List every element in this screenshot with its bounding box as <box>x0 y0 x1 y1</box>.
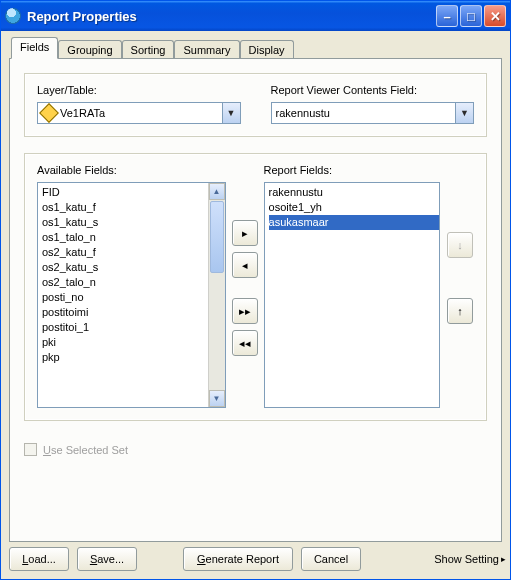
list-item[interactable]: os1_talo_n <box>42 230 208 245</box>
list-item[interactable]: FID <box>42 185 208 200</box>
close-button[interactable]: ✕ <box>484 5 506 27</box>
list-item[interactable]: asukasmaar <box>269 215 440 230</box>
layer-group: Layer/Table: Ve1RATa ▼ Report Viewer Con… <box>24 73 487 137</box>
list-item[interactable]: osoite1_yh <box>269 200 440 215</box>
remove-all-button[interactable]: ◂◂ <box>232 330 258 356</box>
cancel-button[interactable]: Cancel <box>301 547 361 571</box>
viewer-field-label: Report Viewer Contents Field: <box>271 84 475 96</box>
titlebar[interactable]: Report Properties – □ ✕ <box>1 1 510 31</box>
list-item[interactable]: os1_katu_s <box>42 215 208 230</box>
viewer-field-value: rakennustu <box>276 107 456 119</box>
list-item[interactable]: postitoi_1 <box>42 320 208 335</box>
list-item[interactable]: rakennustu <box>269 185 440 200</box>
list-item[interactable]: pki <box>42 335 208 350</box>
chevron-down-icon[interactable]: ▼ <box>222 103 240 123</box>
scroll-thumb[interactable] <box>210 201 224 273</box>
list-item[interactable]: pkp <box>42 350 208 365</box>
load-button[interactable]: Load... <box>9 547 69 571</box>
scroll-track[interactable] <box>209 274 225 390</box>
move-down-button[interactable]: ↓ <box>447 232 473 258</box>
tab-summary[interactable]: Summary <box>174 40 239 60</box>
tab-sorting[interactable]: Sorting <box>122 40 175 60</box>
app-icon <box>5 8 21 24</box>
scroll-down-icon[interactable]: ▼ <box>209 390 225 407</box>
report-fields-list[interactable]: rakennustuosoite1_yhasukasmaar <box>264 182 441 408</box>
use-selected-set-label: Use Selected Set <box>43 444 128 456</box>
window-frame: Report Properties – □ ✕ Fields Grouping … <box>0 0 511 580</box>
tab-panel-fields: Layer/Table: Ve1RATa ▼ Report Viewer Con… <box>9 58 502 542</box>
window-title: Report Properties <box>27 9 436 24</box>
layer-table-label: Layer/Table: <box>37 84 241 96</box>
list-item[interactable]: posti_no <box>42 290 208 305</box>
show-settings-toggle[interactable]: Show Setting▸ <box>434 553 506 565</box>
add-all-button[interactable]: ▸▸ <box>232 298 258 324</box>
minimize-button[interactable]: – <box>436 5 458 27</box>
chevron-right-icon: ▸ <box>501 554 506 564</box>
tab-strip: Fields Grouping Sorting Summary Display <box>9 37 502 59</box>
save-button[interactable]: Save... <box>77 547 137 571</box>
generate-report-button[interactable]: Generate Report <box>183 547 293 571</box>
layer-table-value: Ve1RATa <box>60 107 222 119</box>
tab-grouping[interactable]: Grouping <box>58 40 121 60</box>
available-fields-list[interactable]: FIDos1_katu_fos1_katu_sos1_talo_nos2_kat… <box>37 182 226 408</box>
add-field-button[interactable]: ▸ <box>232 220 258 246</box>
fields-group: Available Fields: FIDos1_katu_fos1_katu_… <box>24 153 487 421</box>
viewer-field-combo[interactable]: rakennustu ▼ <box>271 102 475 124</box>
tab-fields[interactable]: Fields <box>11 37 58 59</box>
use-selected-set-checkbox <box>24 443 37 456</box>
list-item[interactable]: os2_katu_s <box>42 260 208 275</box>
tab-display[interactable]: Display <box>240 40 294 60</box>
remove-field-button[interactable]: ◂ <box>232 252 258 278</box>
available-fields-label: Available Fields: <box>37 164 226 176</box>
use-selected-set: Use Selected Set <box>24 443 487 456</box>
layer-table-combo[interactable]: Ve1RATa ▼ <box>37 102 241 124</box>
scroll-up-icon[interactable]: ▲ <box>209 183 225 200</box>
list-item[interactable]: os1_katu_f <box>42 200 208 215</box>
list-item[interactable]: postitoimi <box>42 305 208 320</box>
report-fields-label: Report Fields: <box>264 164 441 176</box>
scrollbar[interactable]: ▲ ▼ <box>208 183 225 407</box>
layer-icon <box>39 103 59 123</box>
list-item[interactable]: os2_talo_n <box>42 275 208 290</box>
list-item[interactable]: os2_katu_f <box>42 245 208 260</box>
move-up-button[interactable]: ↑ <box>447 298 473 324</box>
maximize-button[interactable]: □ <box>460 5 482 27</box>
chevron-down-icon[interactable]: ▼ <box>455 103 473 123</box>
